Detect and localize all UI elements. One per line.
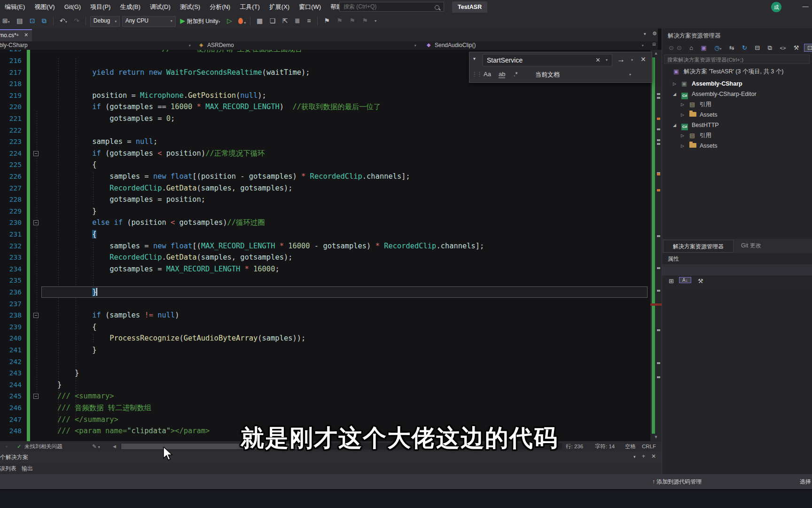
tab-git-changes[interactable]: Git 更改: [741, 242, 761, 250]
code-line-227[interactable]: 227 RecordedClip.GetData(samples, gotsam…: [0, 183, 650, 194]
tree-item-BestHTTP[interactable]: ◢C#BestHTTP: [662, 120, 812, 130]
tree-item-引用[interactable]: ▷▤引用: [662, 131, 812, 141]
tree-item-Assembly-CSharp[interactable]: ▷▣Assembly-CSharp: [662, 79, 812, 89]
find-input[interactable]: [483, 54, 612, 66]
regex-button[interactable]: .*: [514, 71, 518, 78]
menu-编辑(E)[interactable]: 编辑(E): [0, 0, 30, 14]
edit-mode-icon[interactable]: ✎ ▾: [92, 441, 100, 452]
user-avatar[interactable]: 成: [771, 2, 781, 12]
pin-icon[interactable]: +: [642, 453, 645, 460]
quick-search-input[interactable]: [339, 2, 444, 12]
code-line-220[interactable]: 220 if (gotsamples == 16000 * MAX_RECORD…: [0, 101, 650, 113]
error-filter-dropdown[interactable]: 整个解决方案: [0, 453, 28, 461]
next-bookmark-icon[interactable]: ⚑: [347, 14, 358, 28]
pending-changes-filter-icon[interactable]: ◷▾: [711, 44, 724, 51]
scroll-down-icon[interactable]: ▼: [650, 435, 662, 439]
code-line-242[interactable]: 242: [0, 356, 650, 368]
close-icon[interactable]: ✕: [651, 453, 656, 460]
expand-arrow-icon[interactable]: ▷: [681, 100, 684, 110]
code-line-232[interactable]: 232 samples = new float[(MAX_RECORD_LENG…: [0, 240, 650, 252]
code-line-239[interactable]: 239 {: [0, 321, 650, 333]
show-all-files-icon[interactable]: ⧉: [765, 44, 775, 52]
menu-Git(G)[interactable]: Git(G): [60, 0, 86, 14]
indent-icon[interactable]: ≣: [292, 14, 303, 28]
code-line-238[interactable]: 238− if (samples != null): [0, 310, 650, 321]
fold-toggle-icon[interactable]: −: [33, 394, 39, 399]
expand-arrow-icon[interactable]: ▷: [681, 141, 684, 151]
navigate-back-icon[interactable]: ⇱: [280, 14, 290, 28]
preview-selected-items-icon[interactable]: ⊡: [804, 44, 812, 52]
code-line-225[interactable]: 225 {: [0, 159, 650, 171]
collapse-arrow-icon[interactable]: ◢: [673, 120, 676, 130]
code-line-223[interactable]: 223 samples = null;: [0, 136, 650, 148]
sync-with-active-document-icon[interactable]: ⇆: [726, 44, 737, 51]
start-without-debug-icon[interactable]: ▷: [225, 14, 234, 28]
debug-target-combo[interactable]: Debug▾: [90, 16, 120, 27]
view-code-icon[interactable]: <>: [777, 45, 789, 51]
collapse-all-icon[interactable]: ⊟: [752, 44, 763, 51]
expand-arrow-icon[interactable]: ▷: [673, 79, 676, 89]
collapse-arrow-icon[interactable]: ◢: [673, 89, 676, 99]
fold-toggle-icon[interactable]: −: [33, 313, 39, 318]
whole-word-button[interactable]: ab: [499, 71, 505, 78]
prev-bookmark-icon[interactable]: ⚑: [334, 14, 345, 28]
code-line-228[interactable]: 228 gotsamples = position;: [0, 194, 650, 206]
code-line-234[interactable]: 234 gotsamples = MAX_RECORD_LENGTH * 160…: [0, 263, 650, 275]
home-icon[interactable]: ⌂: [687, 44, 696, 51]
menu-扩展(X)[interactable]: 扩展(X): [265, 0, 294, 14]
chevron-down-icon[interactable]: ▾: [642, 44, 644, 48]
categorized-icon[interactable]: ⊞: [666, 278, 677, 285]
code-line-224[interactable]: 224− if (gotsamples < position)//正常境况下循环: [0, 148, 650, 159]
code-line-222[interactable]: 222: [0, 125, 650, 136]
split-window-icon[interactable]: ⊟: [652, 42, 656, 47]
save-all-icon[interactable]: ⧉: [39, 14, 49, 28]
outdent-icon[interactable]: ≡: [304, 14, 313, 28]
sort-alphabetical-icon[interactable]: A↓: [679, 277, 691, 283]
tab-error-list[interactable]: 错误列表: [0, 465, 16, 473]
undo-icon[interactable]: ↶▾: [57, 14, 70, 29]
chevron-down-icon[interactable]: ▾: [414, 44, 416, 48]
switch-views-icon[interactable]: ▣: [698, 44, 710, 51]
menu-视图(V)[interactable]: 视图(V): [30, 0, 59, 14]
attach-to-unity-button[interactable]: ▶ 附加到 Unity▾: [178, 14, 222, 29]
menu-窗口(W)[interactable]: 窗口(W): [294, 0, 326, 14]
new-file-icon[interactable]: ⊞▾: [0, 14, 12, 29]
code-line-230[interactable]: 230− else if (position < gotsamples)//循环…: [0, 217, 650, 229]
forward-icon[interactable]: ⊙: [677, 44, 685, 51]
explorer-search-input[interactable]: 搜索解决方案资源管理器(Ctrl+;): [664, 55, 810, 64]
code-line-236[interactable]: 236 }: [0, 286, 650, 298]
minimize-button[interactable]: —: [799, 0, 812, 14]
breadcrumb-file[interactable]: ASRDemo: [207, 42, 234, 48]
clear-search-icon[interactable]: ✕: [595, 56, 601, 64]
close-find-icon[interactable]: ✕: [640, 56, 646, 63]
platform-combo[interactable]: Any CPU▾: [122, 16, 176, 27]
breadcrumb-method[interactable]: SendAudioClip(): [435, 42, 476, 48]
tree-item-引用[interactable]: ▷▤引用: [662, 100, 812, 110]
menu-测试(S)[interactable]: 测试(S): [175, 0, 205, 14]
open-folder-icon[interactable]: ▤: [14, 14, 25, 28]
editor-vertical-scrollbar[interactable]: ▲ ▼: [650, 50, 662, 441]
menu-调试(D)[interactable]: 调试(D): [145, 0, 175, 14]
expand-replace-chevron-icon[interactable]: ▾: [473, 56, 476, 61]
code-line-219[interactable]: 219 position = Microphone.GetPosition(nu…: [0, 90, 650, 102]
expand-arrow-icon[interactable]: ▷: [681, 110, 684, 120]
code-line-235[interactable]: 235: [0, 275, 650, 286]
tree-item-Assets[interactable]: ▷Assets: [662, 141, 812, 151]
panel-options-chevron-icon[interactable]: ▾: [633, 454, 636, 459]
tree-item-Assets[interactable]: ▷Assets: [662, 110, 812, 120]
toolbar-overflow-icon[interactable]: ▾: [372, 14, 379, 28]
hscroll-left-icon[interactable]: ◀: [113, 441, 116, 452]
code-line-243[interactable]: 243 }: [0, 367, 650, 379]
code-line-244[interactable]: 244}: [0, 379, 650, 391]
refresh-icon[interactable]: ↻: [739, 44, 750, 51]
status-right-cut-label[interactable]: 选择: [800, 478, 811, 486]
clear-bookmarks-icon[interactable]: ⚑: [359, 14, 370, 28]
health-status-label[interactable]: 未找到相关问题: [24, 441, 62, 452]
code-line-245[interactable]: 245−/// <summary>: [0, 390, 650, 402]
eol-indicator[interactable]: CRLF: [642, 441, 656, 452]
search-scope-combo[interactable]: 当前文档: [535, 71, 560, 79]
drag-handle-icon[interactable]: ⋮⋮: [471, 71, 482, 78]
code-line-231[interactable]: 231 {: [0, 229, 650, 240]
scope-chevron-icon[interactable]: ▾: [629, 72, 631, 77]
property-pages-icon[interactable]: ⚒: [695, 278, 706, 285]
